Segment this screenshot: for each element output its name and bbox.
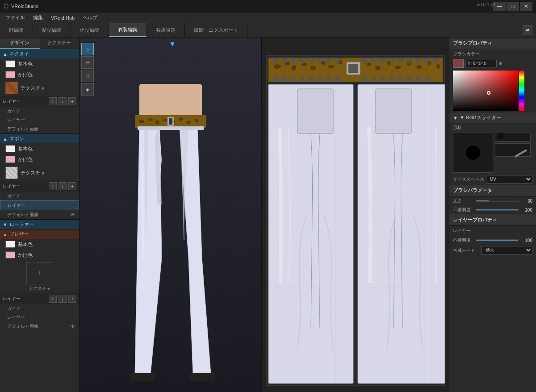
sub-guide-pants[interactable]: ガイド — [0, 192, 79, 200]
layer-controls-pants: レイヤー ↑ ↓ + — [0, 181, 79, 192]
svg-rect-105 — [376, 89, 411, 133]
sub-layer-neckwear[interactable]: レイヤー — [0, 116, 79, 125]
svg-rect-15 — [189, 373, 215, 381]
swatch-blazer-shadow — [5, 251, 15, 259]
3d-viewport[interactable]: ▷ ✏ ◇ ◈ ▼ — [80, 38, 261, 392]
brush-tools-mini — [495, 133, 531, 173]
svg-point-4 — [155, 120, 159, 125]
tab-texture[interactable]: テクスチャ — [40, 38, 80, 49]
brush-params-title: ブラシパラメータ — [449, 185, 536, 196]
sub-default-img-blazer[interactable]: デフォルト画像 👁 — [0, 322, 79, 331]
tab-photo-export[interactable]: 撮影・エクスポート — [185, 23, 247, 37]
layer-add-pants[interactable]: + — [68, 182, 76, 190]
layer-add-neckwear[interactable]: + — [68, 97, 76, 105]
svg-point-26 — [328, 65, 334, 68]
label-neckwear-tex: テクスチャ — [21, 85, 45, 92]
label-neckwear-base: 基本色 — [18, 61, 33, 67]
item-neckwear-shadow-color[interactable]: かげ色 — [0, 69, 79, 80]
menu-vroid-hub[interactable]: VRoid Hub — [47, 14, 78, 21]
item-neckwear-texture[interactable]: テクスチャ — [0, 80, 79, 96]
titlebar-controls: — □ ✕ — [493, 2, 532, 11]
uv-canvas[interactable] — [262, 38, 449, 392]
color-swatch-brush[interactable] — [453, 59, 464, 68]
thickness-row: 太さ 30 — [449, 196, 536, 205]
layer-add-blazer[interactable]: + — [68, 295, 76, 303]
menu-edit[interactable]: 編集 — [29, 13, 46, 22]
svg-rect-0 — [139, 84, 202, 120]
layer-opacity-label: 不透明度 — [453, 237, 473, 243]
app-title: VRoidStudio — [11, 4, 38, 9]
svg-point-7 — [179, 117, 183, 121]
menu-help[interactable]: ヘルプ — [79, 13, 101, 22]
section-header-neckwear[interactable]: ▲ ネクタイ — [0, 49, 79, 58]
swatch-neckwear-base — [5, 60, 15, 67]
menu-file[interactable]: ファイル — [2, 13, 29, 22]
section-label-loafers: ローファー — [9, 221, 34, 228]
item-neckwear-base-color[interactable]: 基本色 — [0, 58, 79, 69]
item-blazer-shadow-color[interactable]: かげ色 — [0, 250, 79, 260]
blend-mode-label: 合成モード — [453, 247, 480, 254]
sync-icon-btn[interactable]: ⇄ — [523, 25, 532, 35]
swatch-pants-shadow — [5, 156, 15, 163]
sub-guide-blazer[interactable]: ガイド — [0, 304, 79, 313]
size-space-select[interactable]: UV — [486, 175, 532, 183]
layer-up-neckwear[interactable]: ↑ — [49, 97, 57, 105]
layer-up-pants[interactable]: ↑ — [49, 182, 57, 190]
section-blazer: ▲ ブレザー 基本色 かげ色 + テクスチャ — [0, 229, 79, 331]
rgb-slider-section[interactable]: ▼ ▼ RGBスライダー — [449, 113, 536, 123]
sub-layer-blazer[interactable]: レイヤー — [0, 313, 79, 322]
shape-preview[interactable] — [453, 133, 493, 173]
thickness-fill — [476, 200, 489, 201]
layer-down-pants[interactable]: ↓ — [59, 182, 67, 190]
brush-shape-circle — [466, 146, 480, 160]
color-hex-input[interactable] — [465, 60, 497, 67]
tab-body-edit[interactable]: 体型編集 — [71, 23, 109, 37]
layer-down-blazer[interactable]: ↓ — [59, 295, 67, 303]
sub-default-img-pants[interactable]: デフォルト画像 👁 — [0, 210, 79, 219]
eyedropper-icon[interactable]: ⊕ — [498, 61, 502, 67]
sub-guide-neckwear[interactable]: ガイド — [0, 107, 79, 116]
layer-down-neckwear[interactable]: ↓ — [59, 97, 67, 105]
maximize-button[interactable]: □ — [507, 2, 519, 11]
color-hue-bar[interactable] — [519, 71, 524, 111]
svg-point-20 — [274, 64, 281, 69]
label-pants-base: 基本色 — [18, 146, 33, 152]
label-blazer-shadow: かげ色 — [18, 252, 33, 259]
eye-icon-blazer[interactable]: 👁 — [70, 323, 75, 329]
tab-outfit-edit[interactable]: 衣装編集 — [109, 23, 147, 37]
layer-label-pants: レイヤー — [3, 183, 47, 189]
blend-mode-select[interactable]: 通常 — [482, 246, 532, 254]
tab-design[interactable]: デザイン — [0, 38, 40, 49]
section-header-blazer[interactable]: ▲ ブレザー — [0, 229, 79, 239]
eye-icon-pants[interactable]: 👁 — [70, 212, 75, 218]
opacity-row: 不透明度 100 — [449, 205, 536, 214]
section-label-neckwear: ネクタイ — [9, 50, 29, 57]
thickness-slider[interactable] — [476, 200, 519, 202]
section-header-loafers[interactable]: ▼ ローファー — [0, 220, 79, 229]
tab-face-edit[interactable]: 顔編集 — [0, 23, 33, 37]
section-header-pants[interactable]: ▲ ズボン — [0, 134, 79, 143]
svg-point-3 — [148, 118, 153, 121]
thickness-value: 30 — [521, 199, 532, 204]
left-scroll[interactable]: ▲ ネクタイ 基本色 かげ色 テクスチャ — [0, 49, 79, 392]
rgb-slider-label: ▼ RGBスライダー — [460, 114, 501, 121]
svg-point-2 — [139, 120, 144, 123]
color-sv-area[interactable] — [453, 71, 518, 111]
sub-layer-pants[interactable]: レイヤー — [0, 200, 79, 210]
opacity-slider[interactable] — [476, 209, 519, 211]
layer-opacity-row: 不透明度 100 — [449, 236, 536, 245]
item-blazer-base-color[interactable]: 基本色 — [0, 239, 79, 250]
tab-hair-edit[interactable]: 髪型編集 — [33, 23, 71, 37]
layer-up-blazer[interactable]: ↑ — [49, 295, 57, 303]
svg-point-5 — [163, 119, 168, 121]
layer-opacity-slider[interactable] — [476, 239, 519, 241]
item-pants-base-color[interactable]: 基本色 — [0, 143, 79, 154]
shape-label: 形状 — [453, 125, 532, 131]
close-button[interactable]: ✕ — [520, 2, 532, 11]
tab-common-settings[interactable]: 共通設定 — [147, 23, 185, 37]
menubar: ファイル 編集 VRoid Hub ヘルプ — [0, 13, 536, 23]
sub-default-img-neckwear[interactable]: デフォルト画像 — [0, 125, 79, 133]
item-pants-texture[interactable]: テクスチャ — [0, 165, 79, 181]
item-pants-shadow-color[interactable]: かげ色 — [0, 154, 79, 165]
brush-angle-line — [515, 149, 527, 157]
